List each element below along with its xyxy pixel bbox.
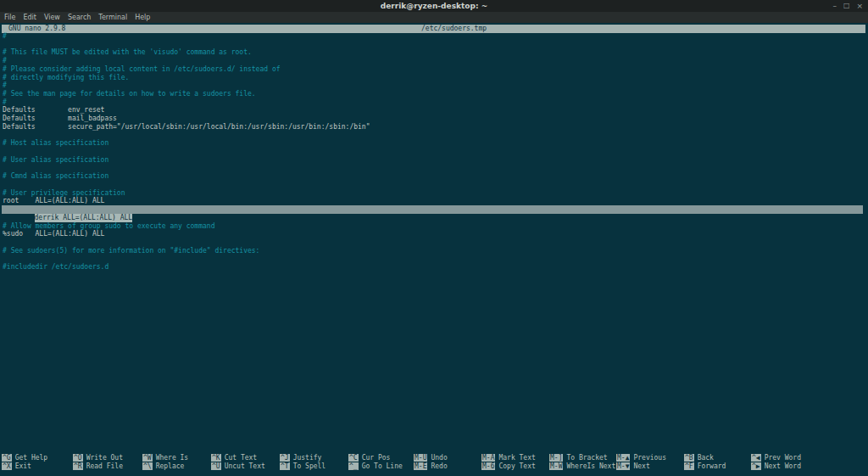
editor-line[interactable]: # See sudoers(5) for more information on… (3, 247, 868, 255)
shortcut-label: Where Is (156, 454, 189, 462)
editor-line[interactable]: # This file MUST be edited with the 'vis… (3, 48, 868, 57)
editor-line[interactable]: Defaults mail_badpass (3, 115, 868, 123)
shortcut-label: To Spell (293, 462, 326, 470)
menu-item-edit[interactable]: Edit (23, 12, 36, 23)
key-badge: ^_ (348, 462, 359, 470)
shortcut-undo-redo: M-UUndo M-ERedo (414, 454, 448, 471)
shortcut-label: Undo (431, 454, 447, 462)
editor-line[interactable]: # (3, 98, 868, 107)
key-badge: ^W (142, 454, 153, 462)
shortcut-label: To Bracket (566, 454, 607, 462)
menu-item-terminal[interactable]: Terminal (98, 12, 127, 23)
shortcut-label: WhereIs Next (566, 462, 615, 470)
menu-item-view[interactable]: View (44, 12, 60, 23)
shortcut-bracket-whereisnext: M-]To Bracket M-WWhereIs Next (549, 454, 615, 471)
shortcut-label: Go To Line (362, 462, 403, 470)
editor-line[interactable]: # directly modifying this file. (3, 74, 868, 82)
editor-line-current[interactable]: derrik ALL=(ALL:ALL) ALL (2, 205, 863, 214)
editor-line[interactable]: Defaults secure_path="/usr/local/sbin:/u… (3, 123, 868, 132)
nano-shortcut-bar: ^GGet Help ^XExit ^OWrite Out ^RRead Fil… (0, 454, 868, 472)
maximize-icon[interactable]: □ (843, 0, 850, 12)
editor-line[interactable]: %sudo ALL=(ALL:ALL) ALL (3, 230, 868, 238)
editor-line[interactable]: Defaults env_reset (3, 106, 868, 115)
shortcut-label: Redo (431, 462, 447, 470)
menu-item-help[interactable]: Help (135, 12, 150, 23)
key-badge: M-▲ (616, 454, 630, 462)
key-badge: M-▼ (616, 462, 630, 470)
terminal-content[interactable]: GNU nano 2.9.8 /etc/sudoers.tmp # # This… (0, 23, 868, 476)
key-badge: ^F (684, 462, 694, 470)
shortcut-label: Read File (86, 462, 123, 470)
shortcut-label: Exit (15, 462, 31, 470)
editor-line[interactable] (3, 165, 868, 173)
editor-line[interactable]: # (3, 57, 868, 65)
window-titlebar[interactable]: derrik@ryzen-desktop: ~ – □ × (0, 0, 868, 12)
editor-line[interactable]: # Allow members of group sudo to execute… (3, 222, 868, 231)
current-line-text: derrik ALL=(ALL:ALL) ALL (35, 214, 133, 222)
key-badge: ^C (348, 454, 359, 462)
shortcut-write-read: ^OWrite Out ^RRead File (73, 454, 123, 471)
key-badge: ^X (2, 462, 12, 470)
editor-line[interactable]: # Please consider adding local content i… (3, 65, 868, 74)
editor-line[interactable]: #includedir /etc/sudoers.d (3, 263, 868, 272)
shortcut-prevword-nextword: ^◀Prev Word ^▶Next Word (751, 454, 801, 471)
editor-line[interactable]: # User alias specification (3, 156, 868, 165)
shortcut-label: Cut Text (225, 454, 258, 462)
editor-line[interactable] (3, 132, 868, 140)
editor-line[interactable]: # (3, 32, 868, 41)
window-controls: – □ × (832, 0, 863, 12)
editor-line[interactable]: # User privilege specification (3, 189, 868, 198)
key-badge: ^\ (142, 462, 153, 470)
shortcut-label: Cur Pos (362, 454, 391, 462)
shortcut-label: Replace (156, 462, 185, 470)
editor-line[interactable] (3, 181, 868, 189)
editor-line[interactable]: # (3, 81, 868, 90)
key-badge: M-U (414, 454, 427, 462)
shortcut-label: Get Help (15, 454, 48, 462)
window-title: derrik@ryzen-desktop: ~ (381, 0, 487, 12)
shortcut-label: Next (633, 462, 649, 470)
text-cursor (132, 214, 136, 222)
menu-bar: File Edit View Search Terminal Help (0, 12, 868, 23)
editor-line[interactable]: root ALL=(ALL:ALL) ALL (3, 197, 868, 205)
editor-line[interactable] (3, 41, 868, 49)
key-badge: ^J (280, 454, 290, 462)
shortcut-label: Previous (633, 454, 666, 462)
key-badge: M-W (549, 462, 563, 470)
close-icon[interactable]: × (856, 0, 863, 12)
editor-line[interactable] (3, 238, 868, 247)
shortcut-label: Justify (293, 454, 322, 462)
menu-item-file[interactable]: File (4, 12, 15, 23)
shortcut-cut-uncut: ^KCut Text ^UUncut Text (211, 454, 265, 471)
key-badge: ^◀ (751, 454, 761, 462)
shortcut-mark-copy: M-AMark Text M-6Copy Text (481, 454, 536, 471)
key-badge: ^O (73, 454, 83, 462)
editor-line[interactable]: # See the man page for details on how to… (3, 90, 868, 98)
key-badge: M-A (481, 454, 495, 462)
editor-line[interactable] (3, 255, 868, 263)
key-badge: ^K (211, 454, 221, 462)
shortcut-label: Prev Word (765, 454, 801, 462)
key-badge: M-E (414, 462, 427, 470)
shortcut-label: Back (698, 454, 714, 462)
editor-line[interactable]: # Host alias specification (3, 139, 868, 148)
shortcut-curpos-gotoline: ^CCur Pos ^_Go To Line (348, 454, 403, 471)
shortcut-previous-next: M-▲Previous M-▼Next (616, 454, 666, 471)
shortcut-label: Copy Text (498, 462, 535, 470)
shortcut-get-help-exit: ^GGet Help ^XExit (2, 454, 47, 471)
shortcut-back-forward: ^BBack ^FForward (684, 454, 726, 471)
editor-line[interactable]: # Cmnd alias specification (3, 172, 868, 181)
editor-area[interactable]: # # This file MUST be edited with the 'v… (3, 32, 868, 272)
key-badge: ^B (684, 454, 694, 462)
shortcut-label: Mark Text (498, 454, 535, 462)
shortcut-label: Forward (698, 462, 726, 470)
shortcut-label: Write Out (86, 454, 123, 462)
minimize-icon[interactable]: – (832, 0, 837, 12)
key-badge: ^▶ (751, 462, 761, 470)
shortcut-whereis-replace: ^WWhere Is ^\Replace (142, 454, 188, 471)
menu-item-search[interactable]: Search (68, 12, 91, 23)
key-badge: ^T (280, 462, 290, 470)
editor-line[interactable] (3, 148, 868, 156)
shortcut-justify-spell: ^JJustify ^TTo Spell (280, 454, 326, 471)
terminal-window: derrik@ryzen-desktop: ~ – □ × File Edit … (0, 0, 868, 476)
